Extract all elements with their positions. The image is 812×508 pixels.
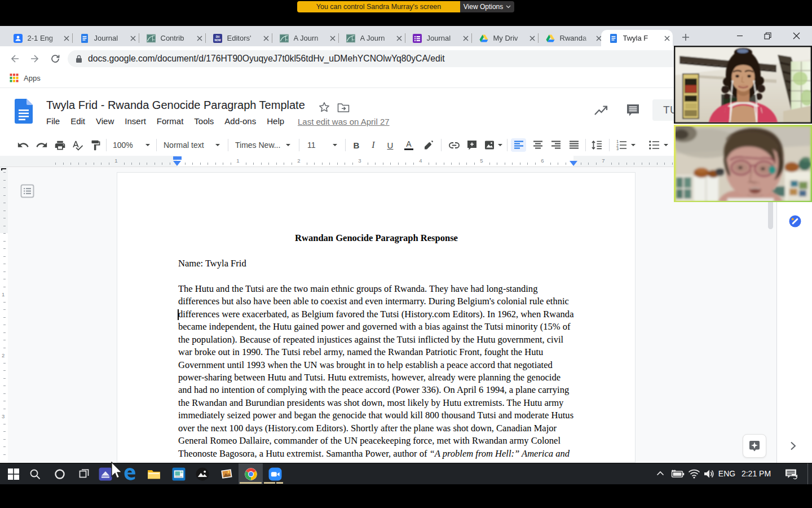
window-minimize-button[interactable] xyxy=(727,26,752,45)
browser-tab-3[interactable]: Contrib xyxy=(139,30,205,46)
tab-close-icon[interactable] xyxy=(62,34,71,43)
move-to-folder-icon[interactable] xyxy=(337,103,350,113)
redo-button[interactable] xyxy=(36,138,48,152)
font-select[interactable]: Times New... xyxy=(235,138,290,152)
webcam-video-student[interactable] xyxy=(674,46,812,124)
browser-tab-4[interactable]: Editors' xyxy=(205,30,272,46)
file-explorer-icon[interactable] xyxy=(142,463,166,484)
left-indent-marker[interactable] xyxy=(173,161,181,166)
browser-tab-10-active[interactable]: Twyla F xyxy=(601,30,673,46)
cortana-icon[interactable] xyxy=(47,463,72,484)
paint-format-button[interactable] xyxy=(89,138,102,152)
bulleted-list-dropdown[interactable] xyxy=(663,138,669,152)
right-indent-marker[interactable] xyxy=(570,161,577,166)
view-options-button[interactable]: View Options xyxy=(460,1,514,12)
extension-pen-icon[interactable] xyxy=(789,215,801,227)
show-side-panel-chevron-icon[interactable] xyxy=(787,440,798,452)
pinned-app-blue-card-icon[interactable] xyxy=(166,463,191,484)
align-center-button[interactable] xyxy=(530,138,545,152)
menu-view[interactable]: View xyxy=(96,116,114,129)
bold-button[interactable]: B xyxy=(351,138,362,152)
forward-button[interactable] xyxy=(28,52,42,65)
browser-tab-1[interactable]: 2-1 Eng xyxy=(6,30,72,46)
window-close-button[interactable] xyxy=(784,26,809,45)
menu-add-ons[interactable]: Add-ons xyxy=(224,116,256,129)
browser-tab-6[interactable]: A Journ xyxy=(338,30,405,46)
text-color-button[interactable]: A xyxy=(403,138,415,152)
browser-tab-9[interactable]: Rwanda xyxy=(538,30,604,46)
action-center-icon[interactable] xyxy=(784,468,798,480)
volume-icon[interactable] xyxy=(703,468,716,479)
star-icon[interactable] xyxy=(319,102,330,113)
align-left-button[interactable] xyxy=(511,138,526,152)
photos-app-icon[interactable] xyxy=(190,463,214,484)
tray-chevron-up-icon[interactable] xyxy=(656,470,665,478)
tab-close-icon[interactable] xyxy=(195,34,204,43)
google-chrome-icon[interactable] xyxy=(239,463,263,484)
vertical-ruler[interactable]: 123 xyxy=(0,167,8,463)
align-right-button[interactable] xyxy=(548,138,563,152)
tab-close-icon[interactable] xyxy=(262,34,271,43)
explore-button[interactable] xyxy=(743,434,766,458)
underline-button[interactable]: U xyxy=(385,138,396,152)
menu-edit[interactable]: Edit xyxy=(70,116,85,129)
task-view-icon[interactable] xyxy=(72,463,96,484)
highlight-color-button[interactable] xyxy=(422,138,435,152)
zoom-app-icon[interactable] xyxy=(263,463,287,484)
document-outline-button[interactable] xyxy=(20,184,34,198)
tab-close-icon[interactable] xyxy=(528,34,537,43)
battery-icon[interactable] xyxy=(670,469,685,479)
taskbar-search-icon[interactable] xyxy=(23,463,47,484)
align-justify-button[interactable] xyxy=(566,138,581,152)
spellcheck-button[interactable] xyxy=(71,138,83,152)
windows-start-icon[interactable] xyxy=(1,463,25,484)
zoom-select[interactable]: 100% xyxy=(113,138,150,152)
browser-tab-2[interactable]: Journal xyxy=(72,30,139,46)
insert-image-button[interactable] xyxy=(483,138,496,152)
browser-tab-5[interactable]: A Journ xyxy=(272,30,338,46)
menu-help[interactable]: Help xyxy=(267,116,284,129)
browser-tab-8[interactable]: My Driv xyxy=(471,30,538,46)
browser-tab-7[interactable]: Journal xyxy=(405,30,471,46)
menu-format[interactable]: Format xyxy=(157,116,184,129)
back-button[interactable] xyxy=(8,52,21,65)
webcam-video-teacher[interactable] xyxy=(674,125,812,202)
activity-trend-icon[interactable] xyxy=(594,105,608,116)
tray-language[interactable]: ENG xyxy=(718,469,736,478)
apps-grid-icon[interactable] xyxy=(10,73,19,82)
window-restore-button[interactable] xyxy=(755,26,780,45)
apps-bookmark-label[interactable]: Apps xyxy=(24,74,41,82)
numbered-list-button[interactable]: 123 xyxy=(615,138,628,152)
show-desktop-divider[interactable] xyxy=(807,463,808,484)
italic-button[interactable]: I xyxy=(368,138,379,152)
reload-button[interactable] xyxy=(48,52,62,65)
print-button[interactable] xyxy=(54,138,66,152)
insert-link-button[interactable] xyxy=(447,138,461,152)
last-edit-link[interactable]: Last edit was on April 27 xyxy=(298,117,390,126)
add-comment-button[interactable] xyxy=(465,138,479,152)
font-size-select[interactable]: 11 xyxy=(306,138,337,152)
numbered-list-dropdown[interactable] xyxy=(630,138,637,152)
wifi-icon[interactable] xyxy=(688,469,700,479)
line-spacing-button[interactable] xyxy=(590,138,603,152)
tab-close-icon[interactable] xyxy=(663,34,672,43)
bulleted-list-button[interactable] xyxy=(647,138,661,152)
styles-select[interactable]: Normal text xyxy=(164,138,220,152)
document-page[interactable]: Rwandan Genocide Paragraph Response Name… xyxy=(117,172,636,463)
tab-close-icon[interactable] xyxy=(129,34,138,43)
first-line-indent-marker[interactable] xyxy=(173,156,182,160)
undo-button[interactable] xyxy=(17,138,29,152)
photo-gallery-app-icon[interactable] xyxy=(214,463,239,484)
comment-history-icon[interactable] xyxy=(626,103,640,117)
tab-close-icon[interactable] xyxy=(328,34,337,43)
document-title[interactable]: Twyla Frid - Rwanda Genocide Paragraph T… xyxy=(46,99,305,112)
tab-close-icon[interactable] xyxy=(395,34,404,43)
new-tab-button[interactable] xyxy=(678,30,693,45)
menu-insert[interactable]: Insert xyxy=(125,116,146,129)
menu-tools[interactable]: Tools xyxy=(194,116,214,129)
tab-close-icon[interactable] xyxy=(461,34,470,43)
address-bar[interactable]: docs.google.com/document/d/176HT90Oyuqye… xyxy=(68,50,722,67)
menu-file[interactable]: File xyxy=(46,116,60,129)
tray-clock[interactable]: 2:21 PM xyxy=(740,469,772,478)
insert-image-dropdown[interactable] xyxy=(497,138,504,152)
